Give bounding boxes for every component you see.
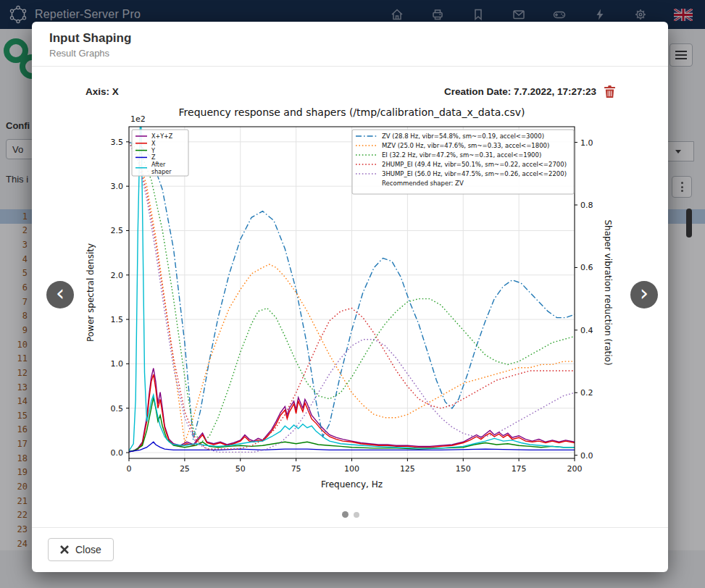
carousel-next-button[interactable]: › [630, 281, 658, 308]
svg-text:MZV (25.0 Hz, vibr=47.6%, sm~=: MZV (25.0 Hz, vibr=47.6%, sm~=0.33, acce… [382, 142, 549, 149]
result-graph: 02550751001251501752000.00.51.01.52.02.5… [83, 101, 618, 505]
svg-text:X: X [151, 140, 156, 147]
svg-text:2.5: 2.5 [111, 226, 124, 235]
close-button-label: Close [75, 544, 101, 555]
svg-text:0.4: 0.4 [580, 326, 593, 335]
modal-title: Input Shaping [49, 31, 651, 46]
graph-area: Axis: X Creation Date: 7.7.2022, 17:27:2… [83, 83, 618, 518]
chevron-right-icon: › [640, 282, 648, 304]
svg-text:0.2: 0.2 [580, 388, 593, 398]
svg-text:150: 150 [456, 464, 471, 474]
svg-text:0.6: 0.6 [580, 263, 593, 272]
svg-text:75: 75 [291, 464, 301, 474]
axis-label: Axis: X [85, 86, 119, 97]
svg-text:200: 200 [567, 464, 583, 474]
svg-text:125: 125 [400, 464, 415, 474]
svg-text:3.5: 3.5 [111, 138, 124, 147]
svg-text:1e2: 1e2 [130, 114, 146, 124]
svg-text:ZV (28.8 Hz, vibr=54.8%, sm~=0: ZV (28.8 Hz, vibr=54.8%, sm~=0.19, accel… [382, 133, 544, 140]
svg-text:shaper: shaper [151, 169, 172, 175]
input-shaping-modal: Input Shaping Result Graphs Axis: X Crea… [32, 22, 668, 572]
svg-text:0.0: 0.0 [580, 451, 593, 461]
svg-text:After: After [151, 161, 166, 168]
svg-text:Shaper vibration reduction (ra: Shaper vibration reduction (ratio) [603, 219, 613, 365]
modal-footer: Close [32, 527, 668, 572]
svg-text:Frequency response and shapers: Frequency response and shapers (/tmp/cal… [179, 106, 525, 118]
delete-icon[interactable] [604, 85, 616, 98]
svg-text:Y: Y [151, 148, 155, 154]
svg-text:25: 25 [180, 464, 190, 474]
modal-subtitle: Result Graphs [49, 48, 651, 59]
svg-text:Frequency, Hz: Frequency, Hz [321, 479, 383, 490]
svg-text:0.0: 0.0 [111, 448, 124, 458]
carousel-dot[interactable] [342, 511, 349, 518]
close-icon [60, 545, 69, 554]
svg-text:X+Y+Z: X+Y+Z [151, 133, 173, 140]
svg-text:0: 0 [127, 464, 132, 474]
svg-text:3.0: 3.0 [111, 182, 124, 191]
carousel-dot[interactable] [354, 512, 359, 518]
svg-text:EI (32.2 Hz, vibr=47.2%, sm~=0: EI (32.2 Hz, vibr=47.2%, sm~=0.31, accel… [382, 151, 541, 159]
modal-header: Input Shaping Result Graphs [32, 22, 668, 67]
svg-text:50: 50 [235, 464, 246, 474]
svg-text:175: 175 [512, 464, 527, 474]
frequency-response-chart: 02550751001251501752000.00.51.01.52.02.5… [83, 101, 618, 505]
svg-text:0.8: 0.8 [580, 201, 593, 210]
graph-meta-row: Axis: X Creation Date: 7.7.2022, 17:27:2… [85, 83, 616, 100]
svg-text:Power spectral density: Power spectral density [85, 243, 96, 342]
svg-text:3HUMP_EI (56.0 Hz, vibr=47.5%,: 3HUMP_EI (56.0 Hz, vibr=47.5%, sm~=0.26,… [382, 170, 567, 177]
svg-text:100: 100 [344, 464, 359, 474]
svg-text:Z: Z [151, 154, 156, 161]
svg-text:Recommended shaper: ZV: Recommended shaper: ZV [382, 180, 464, 187]
svg-text:2HUMP_EI (49.4 Hz, vibr=50.1%,: 2HUMP_EI (49.4 Hz, vibr=50.1%, sm~=0.22,… [382, 161, 567, 168]
svg-text:2.0: 2.0 [111, 271, 124, 280]
close-button[interactable]: Close [48, 538, 114, 561]
creation-date-label: Creation Date: 7.7.2022, 17:27:23 [444, 86, 596, 97]
svg-text:1.0: 1.0 [580, 138, 593, 148]
carousel-prev-button[interactable]: ‹ [46, 281, 74, 308]
svg-text:0.5: 0.5 [111, 404, 124, 413]
svg-text:1.5: 1.5 [111, 315, 124, 324]
chevron-left-icon: ‹ [56, 282, 64, 304]
svg-text:1.0: 1.0 [111, 359, 124, 369]
carousel-dots [83, 511, 618, 518]
